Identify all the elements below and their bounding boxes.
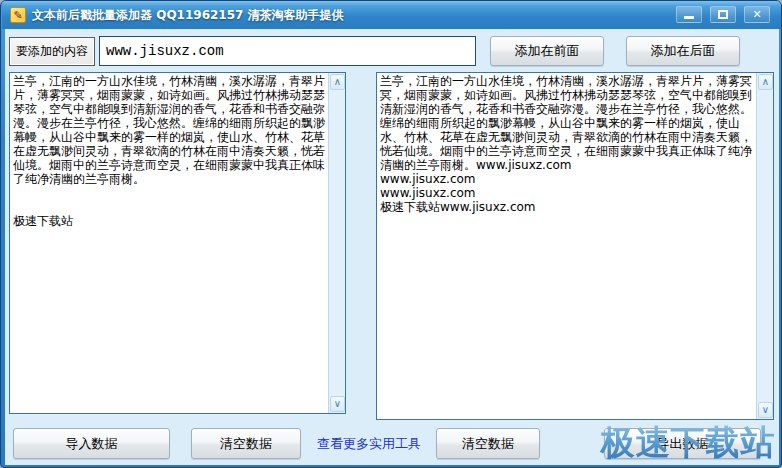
window-title: 文本前后戳批量添加器 QQ11962157 清茶淘客助手提供 xyxy=(32,7,344,24)
result-text: 兰亭，江南的一方山水佳境，竹林清幽，溪水潺潺，青翠片片，薄雾冥冥，烟雨蒙蒙，如诗… xyxy=(377,73,756,419)
chevron-down-icon: ∨ xyxy=(762,405,769,415)
close-icon: ✕ xyxy=(752,9,761,20)
add-in-front-button[interactable]: 添加在前面 xyxy=(490,36,604,66)
content-label-box: 要添加的内容 xyxy=(9,37,95,66)
result-text-area[interactable]: 兰亭，江南的一方山水佳境，竹林清幽，溪水潺潺，青翠片片，薄雾冥冥，烟雨蒙蒙，如诗… xyxy=(376,72,774,420)
result-scrollbar[interactable]: ∧ ∨ xyxy=(756,73,773,419)
source-text-area[interactable]: 兰亭，江南的一方山水佳境，竹林清幽，溪水潺潺，青翠片片，薄雾冥冥，烟雨蒙蒙，如诗… xyxy=(9,72,346,414)
source-text: 兰亭，江南的一方山水佳境，竹林清幽，溪水潺潺，青翠片片，薄雾冥冥，烟雨蒙蒙，如诗… xyxy=(10,73,328,413)
scroll-up-button[interactable]: ∧ xyxy=(330,74,345,90)
chevron-up-icon: ∧ xyxy=(762,77,769,87)
content-input[interactable] xyxy=(99,36,476,66)
title-bar: ✎ 文本前后戳批量添加器 QQ11962157 清茶淘客助手提供 ✕ xyxy=(2,1,782,29)
app-window: ✎ 文本前后戳批量添加器 QQ11962157 清茶淘客助手提供 ✕ 要添加的内… xyxy=(0,0,782,468)
minimize-icon xyxy=(684,16,694,19)
more-tools-link[interactable]: 查看更多实用工具 xyxy=(317,435,425,453)
clear-data-button-right[interactable]: 清空数据 xyxy=(436,428,540,459)
clear-data-button-left[interactable]: 清空数据 xyxy=(191,428,301,459)
add-behind-button[interactable]: 添加在后面 xyxy=(626,36,740,66)
close-button[interactable]: ✕ xyxy=(744,6,770,23)
export-data-button[interactable]: 导出数据 xyxy=(604,428,761,459)
app-pencil-icon: ✎ xyxy=(10,7,26,23)
chevron-up-icon: ∧ xyxy=(334,77,341,87)
content-panel: 要添加的内容 添加在前面 添加在后面 兰亭，江南的一方山水佳境，竹林清幽，溪水潺… xyxy=(5,29,779,465)
scroll-down-button[interactable]: ∨ xyxy=(330,396,345,412)
chevron-down-icon: ∨ xyxy=(334,399,341,409)
scroll-up-button[interactable]: ∧ xyxy=(758,74,773,90)
maximize-button[interactable] xyxy=(710,6,736,23)
window-controls: ✕ xyxy=(676,6,770,23)
maximize-icon xyxy=(718,10,728,19)
source-scrollbar[interactable]: ∧ ∨ xyxy=(328,73,345,413)
scroll-down-button[interactable]: ∨ xyxy=(758,402,773,418)
minimize-button[interactable] xyxy=(676,6,702,23)
import-data-button[interactable]: 导入数据 xyxy=(13,428,170,459)
